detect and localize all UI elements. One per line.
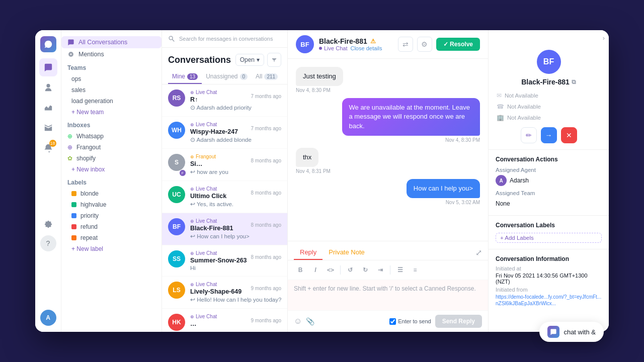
settings-button[interactable]: ⚙ bbox=[417, 37, 432, 52]
chat-contact-name: Black-Fire-881 ⚠ bbox=[319, 37, 393, 45]
delete-contact-button[interactable]: ✕ bbox=[561, 127, 577, 143]
alert-icon: ⚠ bbox=[370, 38, 376, 45]
user-avatar[interactable]: A bbox=[40, 310, 56, 326]
conv-time-wh: 7 months ago bbox=[251, 126, 281, 131]
inboxes-section-title: Inboxes bbox=[61, 118, 162, 131]
reply-input[interactable]: Shift + enter for new line. Start with '… bbox=[288, 280, 488, 310]
conv-time-si: 8 months ago bbox=[251, 158, 281, 163]
forward-contact-button[interactable]: → bbox=[541, 127, 557, 143]
reply-tab-private[interactable]: Private Note bbox=[323, 245, 371, 260]
nav-reports[interactable] bbox=[39, 99, 57, 117]
conv-time-uc: 8 months ago bbox=[251, 190, 281, 196]
new-team-link[interactable]: + New team bbox=[61, 107, 162, 118]
list-button[interactable]: ☰ bbox=[393, 263, 407, 277]
contact-phone-row: ☎ Not Available bbox=[497, 101, 601, 112]
conv-avatar-bf: BF bbox=[168, 218, 185, 235]
conv-source-wh: ⊕Live Chat bbox=[190, 122, 238, 127]
send-reply-button[interactable]: Send Reply bbox=[435, 315, 482, 328]
nav-conversations[interactable] bbox=[39, 58, 57, 76]
msg-row-4: How can I help you> Nov 5, 3:02 AM bbox=[296, 179, 480, 205]
new-label-link[interactable]: + New label bbox=[61, 243, 162, 254]
new-team-label: + New team bbox=[71, 109, 104, 116]
sidebar-label-blonde[interactable]: blonde bbox=[61, 188, 162, 199]
sidebar-inbox-shopify[interactable]: ✿ shopify bbox=[61, 153, 162, 164]
add-labels-button[interactable]: + Add Labels bbox=[496, 233, 602, 243]
sidebar-team-ops[interactable]: ops bbox=[61, 73, 162, 84]
tab-all[interactable]: All 211 bbox=[252, 70, 282, 84]
sidebar-inbox-frangout[interactable]: ⊕ Frangout bbox=[61, 142, 162, 153]
tab-unassigned[interactable]: Unassigned 0 bbox=[202, 70, 252, 84]
conv-item-rs[interactable]: RS ⊕Live Chat R↑ 7 months ago ⊙ Adarsh a… bbox=[162, 84, 287, 117]
sidebar-label-highvalue[interactable]: highvalue bbox=[61, 199, 162, 210]
nav-help[interactable]: ? bbox=[40, 235, 56, 251]
contact-info-section: BF Black-Fire-881 ⧉ ✉ Not Available ☎ No… bbox=[489, 46, 609, 150]
filter-button[interactable] bbox=[267, 53, 281, 67]
bold-button[interactable]: B bbox=[294, 263, 307, 277]
conv-item-hk[interactable]: HK ⊕Live Chat … 9 months ago … bbox=[162, 309, 287, 332]
sidebar-inbox-whatsapp[interactable]: ⊕ Whatsapp bbox=[61, 131, 162, 142]
chat-with-label: chat with & bbox=[564, 328, 596, 336]
nav-settings[interactable] bbox=[39, 215, 57, 233]
forward-button[interactable]: ⇥ bbox=[374, 263, 387, 277]
italic-button[interactable]: I bbox=[309, 263, 322, 277]
sidebar-item-mentions[interactable]: Mentions bbox=[61, 48, 162, 60]
reply-area: Reply Private Note ⤢ B I <> ↺ ↻ ⇥ ☰ ≡ bbox=[288, 241, 488, 332]
conv-name-rs: R↑ bbox=[190, 96, 217, 103]
app-logo bbox=[40, 36, 56, 52]
conv-name-si: Si… bbox=[190, 160, 216, 167]
conv-item-wh[interactable]: WH ⊕Live Chat Wispy-Haze-247 7 months ag… bbox=[162, 117, 287, 149]
reply-tab-reply[interactable]: Reply bbox=[294, 245, 323, 260]
emoji-button[interactable]: ☺ bbox=[294, 317, 302, 326]
new-inbox-link[interactable]: + New inbox bbox=[61, 164, 162, 175]
edit-contact-button[interactable]: ✏ bbox=[521, 127, 537, 143]
conv-item-si[interactable]: S F ⊕Frangout Si… 8 months ago ↩ how are… bbox=[162, 149, 287, 181]
right-sidebar: › BF Black-Fire-881 ⧉ ✉ Not Available ☎ … bbox=[488, 30, 609, 332]
reply-expand-button[interactable]: ⤢ bbox=[475, 248, 482, 257]
sidebar-label-repeat[interactable]: repeat bbox=[61, 232, 162, 243]
contact-phone: Not Available bbox=[507, 104, 541, 110]
enter-to-send-input[interactable] bbox=[389, 318, 396, 325]
resolve-button[interactable]: ✓ Resolve bbox=[436, 38, 480, 51]
right-toggle-button[interactable]: › bbox=[489, 30, 609, 46]
search-bar[interactable]: Search for messages in conversations bbox=[162, 30, 287, 48]
conv-item-uc[interactable]: UC ⊕Live Chat Ultimo Click 8 months ago … bbox=[162, 181, 287, 213]
msg-bubble-2: We are unavailable at the moment. Leave … bbox=[342, 98, 480, 136]
conv-avatar-ss: SS bbox=[168, 250, 185, 267]
close-details-link[interactable]: Close details bbox=[350, 45, 382, 51]
conv-avatar-wh: WH bbox=[168, 122, 185, 139]
msg-time-1: Nov 4, 8:30 PM bbox=[296, 87, 331, 93]
undo-button[interactable]: ↺ bbox=[344, 263, 357, 277]
search-placeholder: Search for messages in conversations bbox=[179, 36, 273, 42]
attach-button[interactable]: 📎 bbox=[306, 317, 314, 325]
code-button[interactable]: <> bbox=[324, 263, 337, 277]
tab-mine[interactable]: Mine 13 bbox=[168, 70, 202, 84]
chat-with-bubble[interactable]: chat with & bbox=[539, 322, 604, 342]
conv-source-ss: ⊕Live Chat bbox=[190, 250, 247, 256]
sidebar-label-priority[interactable]: priority bbox=[61, 210, 162, 221]
initiated-at-row: Initiated at Fri Nov 05 2021 14:30:56 GM… bbox=[496, 265, 602, 285]
initiated-from-url[interactable]: https://demo-focalede...fy.com/?_bt=eyJf… bbox=[496, 294, 602, 307]
conv-item-bf[interactable]: BF ⊕Live Chat Black-Fire-881 8 months ag… bbox=[162, 213, 287, 245]
ordered-list-button[interactable]: ≡ bbox=[409, 263, 422, 277]
status-filter-label: Open bbox=[240, 56, 255, 63]
conv-content-rs: ⊕Live Chat R↑ 7 months ago ⊙ Adarsh adde… bbox=[190, 89, 281, 111]
nav-contacts[interactable] bbox=[39, 78, 57, 97]
label-highvalue-text: highvalue bbox=[80, 201, 106, 208]
sidebar-team-sales[interactable]: sales bbox=[61, 84, 162, 96]
nav-campaigns[interactable] bbox=[39, 119, 57, 137]
enter-to-send-checkbox[interactable]: Enter to send bbox=[389, 318, 431, 325]
sidebar-label-refund[interactable]: refund bbox=[61, 221, 162, 232]
agent-pill[interactable]: A Adarsh bbox=[496, 175, 602, 186]
assigned-team-label: Assigned Team bbox=[496, 190, 535, 196]
status-filter-button[interactable]: Open ▾ bbox=[235, 54, 264, 66]
copy-icon[interactable]: ⧉ bbox=[572, 78, 576, 85]
conv-name-uc: Ultimo Click bbox=[190, 193, 226, 200]
nav-notifications[interactable]: 18 bbox=[39, 139, 57, 157]
conv-item-ls[interactable]: LS ⊕Live Chat Lively-Shape-649 9 months … bbox=[162, 277, 287, 309]
switch-view-button[interactable]: ⇄ bbox=[398, 37, 413, 52]
sidebar-item-all-conversations[interactable]: All Conversations bbox=[61, 36, 162, 48]
sidebar-team-load-generation[interactable]: load generation bbox=[61, 96, 162, 107]
redo-button[interactable]: ↻ bbox=[359, 263, 372, 277]
conv-item-ss[interactable]: SS ⊕Live Chat Summer-Snow-263 8 months a… bbox=[162, 245, 287, 277]
conversation-tabs: Mine 13 Unassigned 0 All 211 bbox=[162, 70, 287, 84]
